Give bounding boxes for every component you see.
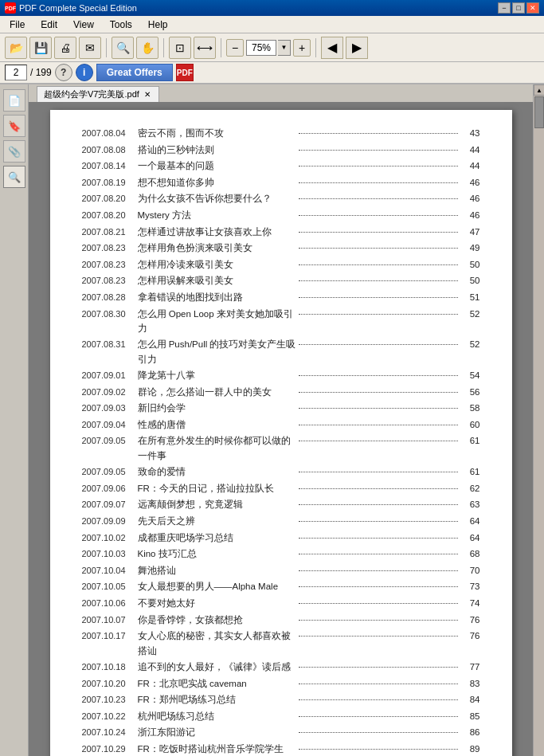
toc-row: 2007.10.23FR：郑州吧场练习总结 84 — [82, 692, 480, 707]
toc-page-number: 77 — [460, 660, 480, 674]
offer-icon[interactable]: PDF — [176, 64, 194, 81]
scroll-up-arrow[interactable]: ▲ — [534, 84, 544, 96]
fit-width-button[interactable]: ⟷ — [194, 37, 216, 59]
next-page-button[interactable]: ▶ — [346, 37, 368, 59]
toc-title: FR：北京吧实战 caveman — [138, 676, 297, 691]
toc-date: 2007.08.20 — [82, 209, 138, 223]
toc-row: 2007.08.31怎么用 Push/Pull 的技巧对美女产生吸引力 52 — [82, 337, 480, 366]
separator-4 — [315, 38, 316, 57]
toc-dots — [299, 215, 458, 216]
toc-date: 2007.08.04 — [82, 127, 138, 141]
toc-date: 2007.09.06 — [82, 482, 138, 496]
toc-row: 2007.10.06不要对她太好 74 — [82, 596, 480, 611]
close-button[interactable]: ✕ — [526, 2, 539, 14]
toc-dots — [299, 248, 458, 249]
toc-dots — [299, 166, 458, 166]
separator-1 — [106, 38, 107, 57]
toc-page-number: 89 — [460, 742, 480, 756]
toc-title: 新旧约会学 — [138, 401, 297, 415]
pdf-page: 2007.08.04密云不雨，围而不攻 432007.08.08搭讪的三秒钟法则… — [50, 110, 512, 756]
hand-button[interactable]: ✋ — [136, 37, 159, 59]
search-panel-button[interactable]: 🔍 — [3, 166, 25, 188]
pdf-content[interactable]: 2007.08.04密云不雨，围而不攻 432007.08.08搭讪的三秒钟法则… — [29, 102, 533, 756]
menu-tools[interactable]: Tools — [104, 18, 139, 32]
offer-banner[interactable]: Great Offers — [96, 64, 173, 81]
toc-dots — [299, 749, 458, 750]
toc-dots — [299, 150, 458, 151]
save-button[interactable]: 💾 — [29, 37, 52, 59]
right-scrollbar[interactable]: ▲ — [533, 84, 544, 756]
toc-page-number: 64 — [460, 514, 480, 528]
prev-page-button[interactable]: ◀ — [321, 37, 343, 59]
toc-date: 2007.10.03 — [82, 547, 138, 562]
zoom-dropdown[interactable]: ▼ — [278, 40, 291, 56]
toc-dots — [299, 603, 458, 604]
toc-row: 2007.09.05在所有意外发生的时候你都可以做的一件事 61 — [82, 433, 480, 463]
fit-page-button[interactable]: ⊡ — [169, 37, 191, 59]
toc-page-number: 47 — [460, 225, 480, 239]
toc-dots — [299, 554, 458, 554]
page-panel-button[interactable]: 📄 — [3, 89, 25, 112]
title-bar: PDF PDF Complete Special Edition − □ ✕ — [0, 0, 544, 16]
toc-dots — [299, 684, 458, 684]
toc-row: 2007.10.22杭州吧场练习总结 85 — [82, 709, 480, 724]
bookmark-panel-button[interactable]: 🔖 — [3, 115, 25, 137]
toc-row: 2007.08.19想不想知道你多帅 46 — [82, 175, 480, 190]
left-panel: 📄 🔖 📎 🔍 — [0, 84, 29, 756]
toc-row: 2007.10.05女人最想要的男人——Alpha Male 73 — [82, 579, 480, 594]
toc-page-number: 46 — [460, 175, 480, 190]
pdf-tab[interactable]: 超级约会学V7完美版.pdf ✕ — [37, 86, 159, 102]
zoom-input[interactable] — [246, 40, 276, 56]
toc-date: 2007.10.17 — [82, 629, 138, 644]
email-button[interactable]: ✉ — [79, 37, 101, 59]
search-button[interactable]: 🔍 — [112, 37, 134, 59]
zoom-in-button[interactable]: + — [293, 39, 311, 57]
toc-date: 2007.09.04 — [82, 418, 138, 433]
help-button[interactable]: ? — [55, 64, 72, 81]
toc-title: 怎么用 Push/Pull 的技巧对美女产生吸引力 — [138, 337, 297, 366]
toc-row: 2007.10.24浙江东阳游记 86 — [82, 725, 480, 740]
scroll-thumb[interactable] — [534, 96, 544, 128]
menu-view[interactable]: View — [67, 18, 100, 32]
toc-row: 2007.08.23怎样用冷读来吸引美女 50 — [82, 257, 480, 272]
toc-date: 2007.09.09 — [82, 515, 138, 529]
maximize-button[interactable]: □ — [512, 2, 525, 14]
toc-title: 怎样用角色扮演来吸引美女 — [138, 241, 297, 255]
toc-row: 2007.08.14一个最基本的问题 44 — [82, 159, 480, 174]
pdf-tab-close-button[interactable]: ✕ — [143, 90, 152, 100]
page-total: / 199 — [30, 67, 52, 78]
toc-title: 舞池搭讪 — [138, 563, 297, 578]
toc-page-number: 70 — [460, 563, 480, 578]
toc-date: 2007.08.21 — [82, 225, 138, 240]
toolbar: 📂 💾 🖨 ✉ 🔍 ✋ ⊡ ⟷ − ▼ + ◀ ▶ — [0, 33, 544, 62]
toc-date: 2007.09.07 — [82, 498, 138, 512]
print-button[interactable]: 🖨 — [54, 37, 76, 59]
menu-help[interactable]: Help — [142, 18, 174, 32]
info-button[interactable]: i — [76, 64, 93, 81]
zoom-out-button[interactable]: − — [226, 39, 244, 57]
toc-title: 群论，怎么搭讪一群人中的美女 — [138, 385, 297, 399]
toc-row: 2007.08.04密云不雨，围而不攻 43 — [82, 126, 480, 141]
page-number-input[interactable] — [5, 65, 27, 80]
attachment-panel-button[interactable]: 📎 — [3, 140, 25, 163]
toc-page-number: 61 — [460, 464, 480, 479]
toc-dots — [299, 264, 458, 265]
toc-page-number: 64 — [460, 531, 480, 545]
menu-file[interactable]: File — [3, 18, 31, 32]
main-area: 📄 🔖 📎 🔍 超级约会学V7完美版.pdf ✕ 2007.08.04密云不雨，… — [0, 84, 544, 756]
toc-dots — [299, 570, 458, 571]
toc-page-number: 56 — [460, 385, 480, 399]
toc-title: 降龙第十八掌 — [138, 368, 297, 382]
toc-row: 2007.08.20Mystery 方法 46 — [82, 208, 480, 223]
toc-dots — [299, 667, 458, 668]
open-button[interactable]: 📂 — [5, 37, 27, 59]
toc-row: 2007.08.20为什么女孩不告诉你想要什么？ 46 — [82, 191, 480, 206]
toc-dots — [299, 732, 458, 733]
pdf-tab-bar: 超级约会学V7完美版.pdf ✕ — [29, 84, 533, 102]
menu-edit[interactable]: Edit — [34, 18, 64, 32]
toc-date: 2007.10.02 — [82, 531, 138, 546]
toc-date: 2007.10.23 — [82, 693, 138, 707]
toc-page-number: 46 — [460, 191, 480, 206]
minimize-button[interactable]: − — [498, 2, 511, 14]
toc-page-number: 52 — [460, 307, 480, 321]
